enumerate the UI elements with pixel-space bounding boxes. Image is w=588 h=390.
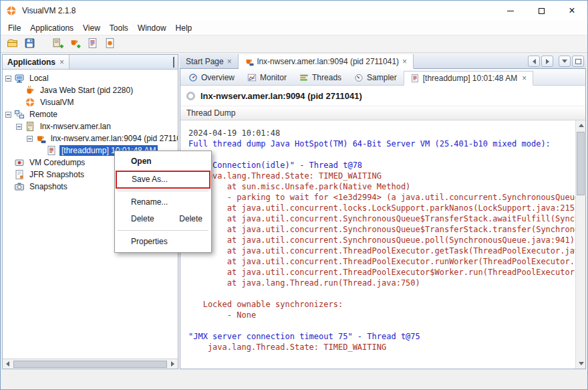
collapse-handle-icon[interactable] bbox=[5, 112, 11, 118]
thread-dump-line: at java.util.concurrent.ThreadPoolExecut… bbox=[188, 267, 575, 278]
take-thread-dump-button[interactable] bbox=[84, 37, 100, 52]
context-menu-item-properties[interactable]: Properties bbox=[116, 233, 210, 250]
doc-icon bbox=[410, 74, 420, 83]
scroll-right-icon[interactable] bbox=[168, 359, 178, 369]
menu-tools[interactable]: Tools bbox=[105, 21, 133, 35]
subtab-sampler[interactable]: Sampler bbox=[348, 70, 403, 85]
collapse-handle-icon[interactable] bbox=[16, 124, 22, 130]
close-tab-icon[interactable]: × bbox=[522, 74, 527, 82]
maximize-icon bbox=[539, 8, 545, 14]
jfr-icon bbox=[14, 169, 25, 180]
tab-jmx-application[interactable]: lnx-nwserv.amer.lan:9094 (pid 2711041)× bbox=[239, 54, 414, 69]
maximize-view-icon bbox=[575, 59, 581, 64]
toolbar bbox=[1, 35, 587, 53]
add-remote-host-button[interactable] bbox=[49, 37, 65, 52]
context-menu-item-save-as[interactable]: Save As... bbox=[116, 171, 210, 188]
minimize-button[interactable] bbox=[495, 1, 526, 21]
menu-window[interactable]: Window bbox=[133, 21, 171, 35]
tree-item-jmx-application[interactable]: lnx-nwserv.amer.lan:9094 (pid 2711041) bbox=[3, 132, 178, 144]
tree-item-label: Snapshots bbox=[27, 181, 69, 192]
thread-dump-line: at java.util.concurrent.ThreadPoolExecut… bbox=[188, 246, 575, 256]
tree-item-label: VM Coredumps bbox=[27, 157, 87, 168]
thread-dump-line: at java.lang.Thread.run(Thread.java:750) bbox=[188, 278, 575, 288]
close-button[interactable]: × bbox=[557, 1, 587, 21]
scroll-down-icon[interactable] bbox=[576, 359, 585, 369]
context-menu-item-delete[interactable]: DeleteDelete bbox=[116, 211, 210, 227]
thread-dump-line bbox=[188, 149, 575, 160]
tree-item-label: lnx-nwserv.amer.lan:9094 (pid 2711041) bbox=[49, 133, 178, 144]
context-menu: OpenSave As...Rename...DeleteDeletePrope… bbox=[114, 151, 212, 253]
menu-item-label: Open bbox=[131, 153, 152, 170]
window-controls: × bbox=[495, 1, 587, 21]
collapse-handle-icon[interactable] bbox=[5, 76, 11, 82]
context-menu-item-open[interactable]: Open bbox=[116, 153, 210, 170]
remote-icon bbox=[14, 109, 25, 120]
sampler-icon bbox=[354, 73, 363, 82]
menu-file[interactable]: File bbox=[3, 21, 25, 35]
menu-item-label: Delete bbox=[131, 211, 154, 227]
tree-item-local[interactable]: Local bbox=[3, 72, 178, 84]
thread-dump-line: - parking to wait for <1e3d2994> (a java… bbox=[188, 192, 575, 203]
save-snapshots-button[interactable] bbox=[21, 37, 37, 52]
minimize-panel-button[interactable] bbox=[173, 58, 174, 67]
scroll-left-icon[interactable] bbox=[3, 359, 13, 369]
tree-item-java-web-start[interactable]: Java Web Start (pid 2280) bbox=[3, 84, 178, 96]
take-heap-dump-button[interactable] bbox=[102, 37, 118, 52]
scroll-up-icon[interactable] bbox=[576, 120, 585, 130]
close-tab-icon[interactable]: × bbox=[59, 58, 64, 66]
thread-dump-view: 2024-04-19 10:01:48Full thread dump Java… bbox=[180, 120, 585, 369]
load-snapshot-button[interactable] bbox=[4, 37, 20, 52]
titlebar: VisualVM 2.1.8 × bbox=[1, 1, 587, 21]
context-menu-item-rename[interactable]: Rename... bbox=[116, 194, 210, 211]
menu-applications[interactable]: Applications bbox=[25, 21, 78, 35]
thread-dump-line: at java.util.concurrent.SynchronousQueue… bbox=[188, 235, 575, 246]
scroll-tabs-left-button[interactable] bbox=[528, 56, 540, 67]
maximize-view-button[interactable] bbox=[572, 56, 584, 67]
add-jmx-connection-icon bbox=[69, 37, 81, 51]
subtab-label: Overview bbox=[201, 73, 235, 82]
view-tabbar: OverviewMonitorThreadsSampler[threaddump… bbox=[180, 69, 585, 86]
scrollbar-thumb[interactable] bbox=[13, 361, 167, 368]
document-content: OverviewMonitorThreadsSampler[threaddump… bbox=[180, 69, 586, 369]
thread-dump-line: at java.util.concurrent.ThreadPoolExecut… bbox=[188, 256, 575, 267]
menu-view[interactable]: View bbox=[78, 21, 105, 35]
add-jmx-connection-button[interactable] bbox=[67, 37, 83, 52]
tab-label: lnx-nwserv.amer.lan:9094 (pid 2711041) bbox=[257, 57, 399, 66]
tree-item-host-lnx-nwserv[interactable]: lnx-nwserv.amer.lan bbox=[3, 120, 178, 132]
menu-item-shortcut: Delete bbox=[179, 211, 202, 227]
jmx-app-icon bbox=[35, 133, 46, 144]
snapshot-icon bbox=[14, 181, 25, 192]
tab-label: Start Page bbox=[186, 57, 224, 66]
collapse-handle-icon[interactable] bbox=[27, 136, 33, 142]
subtab-threads[interactable]: Threads bbox=[293, 70, 347, 85]
subtab-threaddump-tab[interactable]: [threaddump] 10:01:48 AM× bbox=[404, 71, 533, 86]
thread-dump-line: at sun.misc.Unsafe.park(Native Method) bbox=[188, 181, 575, 192]
section-title: Thread Dump bbox=[186, 108, 235, 118]
horizontal-scrollbar[interactable] bbox=[3, 359, 178, 369]
tab-applications[interactable]: Applications × bbox=[3, 55, 69, 69]
visualvm-icon bbox=[25, 97, 35, 108]
scrollbar-thumb[interactable] bbox=[577, 132, 585, 195]
take-thread-dump-icon bbox=[87, 37, 98, 51]
save-snapshots-icon bbox=[24, 37, 35, 51]
application-title: lnx-nwserv.amer.lan:9094 (pid 2711041) bbox=[200, 91, 362, 101]
thread-dump-line: - None bbox=[188, 310, 575, 320]
subtab-overview[interactable]: Overview bbox=[182, 70, 241, 85]
tab-start-page[interactable]: Start Page× bbox=[180, 54, 239, 68]
tree-item-visualvm[interactable]: VisualVM bbox=[3, 96, 178, 108]
close-tab-icon[interactable]: × bbox=[227, 58, 232, 66]
tab-list-dropdown-button[interactable] bbox=[559, 56, 571, 67]
menu-separator bbox=[118, 191, 208, 191]
menu-help[interactable]: Help bbox=[171, 21, 197, 35]
vertical-scrollbar[interactable] bbox=[575, 120, 585, 369]
scroll-tabs-right-button[interactable] bbox=[541, 56, 553, 67]
subtab-label: Threads bbox=[312, 73, 341, 82]
thread-dump-line: "JMX server connection timeout 75" - Thr… bbox=[188, 331, 575, 342]
take-heap-dump-icon bbox=[104, 37, 116, 51]
subtab-monitor[interactable]: Monitor bbox=[241, 70, 293, 85]
maximize-button[interactable] bbox=[526, 1, 557, 21]
close-tab-icon[interactable]: × bbox=[402, 58, 407, 66]
section-header: Thread Dump bbox=[180, 106, 585, 120]
threads-icon bbox=[299, 73, 309, 82]
tree-item-remote[interactable]: Remote bbox=[3, 108, 178, 120]
